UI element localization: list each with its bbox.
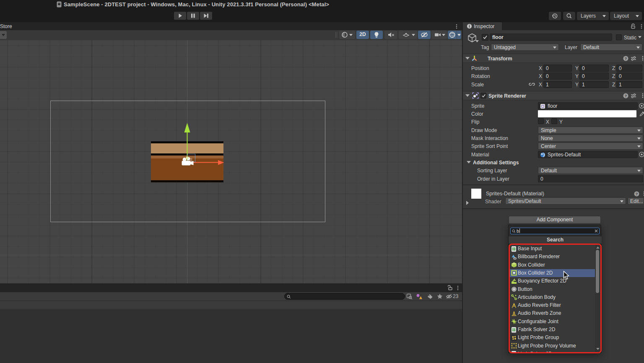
svg-text:?: ? xyxy=(636,192,638,196)
svg-text:?: ? xyxy=(625,57,627,61)
svg-text:?: ? xyxy=(625,94,627,98)
